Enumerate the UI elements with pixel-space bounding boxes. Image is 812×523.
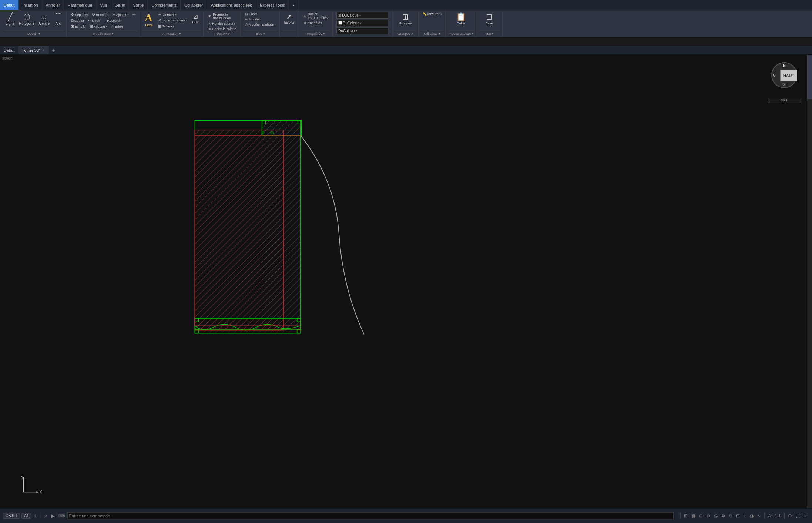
tab-gerer[interactable]: Gérer bbox=[111, 0, 129, 10]
vue-title: Vue ▾ bbox=[479, 31, 500, 36]
command-input[interactable] bbox=[67, 512, 674, 520]
ligne-icon: ╱ bbox=[8, 13, 13, 21]
btn-arc[interactable]: ⌒ Arc bbox=[52, 12, 64, 27]
btn-copier[interactable]: ⧉ Copier bbox=[69, 18, 86, 23]
tab-extra[interactable]: ▪ bbox=[289, 0, 298, 10]
btn-cercle[interactable]: ○ Cercle bbox=[37, 12, 51, 27]
coller-icon: 📋 bbox=[456, 13, 466, 21]
tab-complements[interactable]: Compléments bbox=[148, 0, 181, 10]
raccord-icon: ⌐ bbox=[104, 19, 106, 23]
reseau-icon: ⊞ bbox=[90, 24, 93, 29]
group-bloc: ⊞ Créer ✏ Modifier ◎ Modifier attributs … bbox=[241, 11, 280, 36]
custom-icon[interactable]: ☰ bbox=[803, 513, 809, 519]
command-line: × ▶ ⌨ bbox=[41, 512, 677, 520]
svg-text:X: X bbox=[39, 489, 42, 494]
btn-polygone[interactable]: ⬡ Polygone bbox=[17, 12, 36, 27]
add-layout-btn[interactable]: + bbox=[33, 513, 37, 519]
status-right: ⊞ ▦ ⊕ ⊖ ◎ ⊗ ⊙ ⊡ ≡ ◑ ↖ A 1:1 ⚙ ⛶ ☰ bbox=[677, 513, 812, 519]
btn-coller[interactable]: 📋 Coller bbox=[454, 12, 468, 26]
lineweight-icon[interactable]: ≡ bbox=[742, 513, 747, 519]
select-icon[interactable]: ↖ bbox=[756, 513, 762, 519]
cmd-arrow-btn[interactable]: ▶ bbox=[50, 513, 56, 519]
btn-base[interactable]: ⊟ Base bbox=[484, 12, 495, 26]
workspace-icon[interactable]: ⚙ bbox=[787, 513, 793, 519]
layer-color-btn[interactable]: ⊞ DuCalque ▾ bbox=[336, 12, 388, 19]
tab-express[interactable]: Express Tools bbox=[256, 0, 289, 10]
btn-ligne[interactable]: ╱ Ligne bbox=[4, 12, 16, 27]
calques-title: Calques ▾ bbox=[206, 31, 238, 36]
btn-deplacer[interactable]: ✛ Déplacer bbox=[69, 12, 90, 17]
transparency-icon[interactable]: ◑ bbox=[749, 513, 755, 519]
annotation-scale-icon[interactable]: A bbox=[767, 513, 772, 519]
linetype-dropdown[interactable]: DuCalque ▾ bbox=[336, 20, 388, 26]
snap-icon[interactable]: ⊞ bbox=[683, 513, 689, 519]
svg-text:Y: Y bbox=[21, 475, 24, 479]
drawing-canvas: Y X bbox=[0, 55, 812, 508]
ducs-icon[interactable]: ⊙ bbox=[728, 513, 734, 519]
btn-raccord[interactable]: ⌐ Raccord ▾ bbox=[103, 18, 123, 23]
btn-proprietes[interactable]: ≡ Propriétés bbox=[302, 21, 329, 25]
status-left: OBJET A1 + bbox=[0, 513, 41, 519]
vue-content: ⊟ Base bbox=[484, 12, 495, 26]
tab-insertion[interactable]: Insertion bbox=[19, 0, 42, 10]
btn-etirer[interactable]: ⇱ Etirer bbox=[110, 24, 125, 29]
cmd-x-btn[interactable]: × bbox=[44, 513, 48, 519]
view-cube-box[interactable]: HAUT bbox=[780, 70, 797, 81]
status-sep1 bbox=[680, 513, 681, 519]
dynin-icon[interactable]: ⊡ bbox=[735, 513, 741, 519]
model-btn[interactable]: OBJET bbox=[3, 513, 20, 519]
layer-selectors: ⊞ DuCalque ▾ DuCalque ▾ DuCalque ▾ bbox=[336, 12, 388, 34]
group-modification: ✛ Déplacer ↻ Rotation ✂ Ajuster ▾ ✏ bbox=[67, 11, 140, 36]
btn-copier-calque[interactable]: ⊕ Copier le calque bbox=[207, 27, 238, 31]
polar-icon[interactable]: ⊖ bbox=[705, 513, 711, 519]
btn-cote[interactable]: ⊿ Cote bbox=[190, 12, 201, 25]
scrollbar-thumb[interactable] bbox=[807, 55, 812, 99]
btn-ajuster[interactable]: ✂ Ajuster ▾ bbox=[111, 12, 130, 17]
group-presse-papiers: 📋 Coller Presse-papiers ▾ bbox=[446, 11, 476, 36]
btn-groupes[interactable]: ⊞ Groupes bbox=[397, 12, 414, 26]
btn-reseau[interactable]: ⊞ Réseau ▾ bbox=[88, 24, 109, 29]
btn-edit-pencil[interactable]: ✏ bbox=[131, 12, 137, 17]
fullscreen-icon[interactable]: ⛶ bbox=[795, 513, 801, 519]
btn-modifier-attributs[interactable]: ◎ Modifier attributs ▾ bbox=[244, 22, 277, 27]
btn-proprietes-calques[interactable]: ⊞ Propriétésdes calques bbox=[207, 12, 238, 21]
cmd-chevron-btn[interactable]: ⌨ bbox=[57, 513, 66, 519]
btn-rendre-courant[interactable]: ◎ Rendre courant bbox=[207, 21, 238, 26]
btn-tableau[interactable]: ▦ Tableau bbox=[156, 23, 189, 29]
tab-sortie[interactable]: Sortie bbox=[129, 0, 148, 10]
tab-parametrique[interactable]: Paramétrique bbox=[64, 0, 96, 10]
tab-annoter[interactable]: Annoter bbox=[42, 0, 64, 10]
doc-tab-debut[interactable]: Début bbox=[0, 46, 19, 54]
btn-ligne-repere[interactable]: ↗ Ligne de repère ▾ bbox=[156, 17, 189, 23]
tab-debut[interactable]: Début bbox=[0, 0, 19, 10]
modification-row3: ⊡ Echelle ⊞ Réseau ▾ ⇱ Etirer bbox=[69, 24, 137, 29]
ortho-icon[interactable]: ⊕ bbox=[698, 513, 704, 519]
copier-calque-icon: ⊕ bbox=[208, 27, 211, 31]
doc-tab-close-btn[interactable]: × bbox=[43, 48, 45, 52]
btn-echelle[interactable]: ⊡ Echelle bbox=[69, 24, 87, 29]
doc-tab-fichier3d[interactable]: fichier 3d* × bbox=[19, 46, 49, 54]
tab-applications[interactable]: Applications associées bbox=[207, 0, 256, 10]
compass-ring: N S E O HAUT bbox=[771, 62, 797, 88]
ribbon-content: ╱ Ligne ⬡ Polygone ○ Cercle ⌒ Arc Dessin… bbox=[0, 10, 812, 37]
tab-collaborer[interactable]: Collaborer bbox=[181, 0, 207, 10]
btn-creer[interactable]: ⊞ Créer bbox=[244, 12, 277, 16]
btn-lineaire[interactable]: ↔ Linéaire ▾ bbox=[156, 12, 189, 17]
btn-modifier-bloc[interactable]: ✏ Modifier bbox=[244, 17, 277, 21]
btn-copier-proprietes[interactable]: ⊞ Copierles propriétés bbox=[302, 12, 329, 20]
btn-texte[interactable]: A Texte bbox=[142, 12, 155, 28]
tab-vue[interactable]: Vue bbox=[96, 0, 111, 10]
layout-btn[interactable]: A1 bbox=[21, 513, 31, 519]
grid-icon[interactable]: ▦ bbox=[690, 513, 697, 519]
lineweight-dropdown[interactable]: DuCalque ▾ bbox=[336, 27, 388, 34]
btn-rotation[interactable]: ↻ Rotation bbox=[90, 12, 110, 17]
btn-mesurer[interactable]: 📏 Mesurer ▾ bbox=[421, 12, 443, 16]
osnap-icon[interactable]: ◎ bbox=[713, 513, 719, 519]
scrollbar-right[interactable] bbox=[807, 55, 812, 508]
doc-tab-add-btn[interactable]: + bbox=[49, 47, 58, 53]
btn-miroir[interactable]: ⇔ Miroir bbox=[87, 18, 102, 23]
btn-inserer[interactable]: ↗ Insérer bbox=[282, 12, 296, 26]
otrack-icon[interactable]: ⊗ bbox=[720, 513, 726, 519]
proprietes-title: Propriétés ▾ bbox=[302, 31, 330, 36]
compass-w: O bbox=[773, 73, 776, 77]
